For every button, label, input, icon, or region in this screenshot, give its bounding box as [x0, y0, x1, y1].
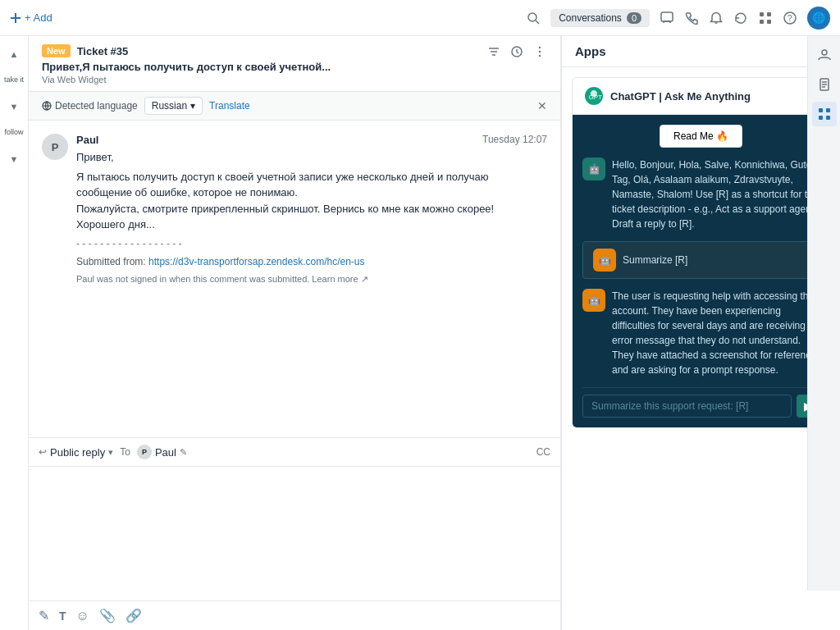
- bell-icon[interactable]: [709, 11, 724, 25]
- svg-rect-9: [767, 20, 771, 24]
- add-button[interactable]: + Add: [10, 11, 52, 24]
- reply-box: ↩ Public reply ▾ To P Paul ✎ CC ✎ T ☺ 📎 …: [29, 437, 560, 630]
- reply-to-user: P Paul ✎: [137, 445, 187, 459]
- chatgpt-body: Read Me 🔥 🤖 Hello, Bonjour, Hola, Salve,…: [573, 115, 829, 427]
- sidebar-down-arrow2[interactable]: ▼: [2, 148, 25, 171]
- reply-type-chevron: ▾: [108, 447, 113, 458]
- language-select[interactable]: Russian ▾: [144, 97, 203, 115]
- messages-area[interactable]: P Paul Tuesday 12:07 Привет, Я пытаюсь п…: [29, 121, 560, 437]
- emoji-icon[interactable]: ☺: [76, 609, 89, 623]
- sidebar-take-it[interactable]: take it: [2, 69, 25, 92]
- translate-button[interactable]: Translate: [209, 100, 250, 112]
- document-icon[interactable]: [812, 72, 837, 97]
- text-format-icon[interactable]: T: [59, 609, 66, 623]
- reply-type-label: Public reply: [50, 446, 105, 459]
- search-icon[interactable]: [526, 11, 541, 25]
- message-author: Paul: [76, 134, 98, 146]
- history-icon[interactable]: [509, 44, 524, 59]
- message-text: Я пытаюсь получить доступ к своей учетно…: [76, 169, 547, 233]
- apps-header: Apps ↻: [562, 36, 840, 67]
- summary-text: The user is requesting help with accessi…: [612, 289, 819, 377]
- attachment-icon[interactable]: 📎: [99, 608, 116, 623]
- svg-text:GPT: GPT: [589, 94, 603, 101]
- message-body: Привет, Я пытаюсь получить доступ к свое…: [76, 149, 547, 269]
- ticket-number: Ticket #35: [77, 45, 129, 57]
- chatgpt-title: ChatGPT | Ask Me Anything: [610, 90, 751, 103]
- apps-title: Apps: [575, 44, 606, 58]
- reply-header: ↩ Public reply ▾ To P Paul ✎ CC: [29, 438, 560, 467]
- welcome-text: Hello, Bonjour, Hola, Salve, Konnichiwa,…: [612, 158, 819, 231]
- submitted-from: Submitted from: https://d3v-transportfor…: [76, 254, 547, 269]
- sidebar-follow[interactable]: follow: [2, 121, 25, 144]
- message-time: Tuesday 12:07: [482, 134, 547, 146]
- main-layout: ▲ take it ▼ follow ▼ New Ticket #35 Прив…: [0, 36, 840, 630]
- reply-to-avatar: P: [137, 445, 152, 459]
- user-profile-icon[interactable]: [812, 43, 837, 67]
- message-note: Paul was not signed in when this comment…: [76, 274, 547, 285]
- svg-line-3: [536, 21, 539, 24]
- svg-rect-31: [826, 116, 830, 120]
- topbar: + Add Conversations 0 ? 🌐: [0, 0, 840, 36]
- more-options-icon[interactable]: [532, 44, 547, 59]
- svg-point-18: [539, 55, 541, 57]
- refresh-icon[interactable]: [733, 11, 748, 25]
- ticket-header: New Ticket #35 Привет,Я пытаюсь получить…: [29, 36, 560, 92]
- svg-point-2: [528, 13, 536, 21]
- ticket-source: Via Web Widget: [42, 75, 331, 84]
- svg-rect-4: [661, 12, 673, 21]
- conversations-button[interactable]: Conversations 0: [550, 9, 650, 27]
- reply-toolbar: ✎ T ☺ 📎 🔗: [29, 600, 560, 630]
- center-content: New Ticket #35 Привет,Я пытаюсь получить…: [29, 36, 561, 630]
- message-content: Paul Tuesday 12:07 Привет, Я пытаюсь пол…: [76, 134, 547, 285]
- message-divider: - - - - - - - - - - - - - - - - - -: [76, 236, 547, 251]
- chatgpt-widget: GPT ChatGPT | Ask Me Anything ▲ Read Me …: [572, 77, 830, 428]
- detected-language-label: Detected language: [42, 100, 138, 112]
- reply-textarea[interactable]: [29, 467, 560, 598]
- summary-message: 🤖 The user is requesting help with acces…: [582, 289, 819, 377]
- chevron-down-icon: ▾: [190, 100, 195, 112]
- topbar-icons: Conversations 0 ? 🌐: [526, 7, 830, 30]
- sidebar-down-arrow1[interactable]: ▼: [2, 95, 25, 118]
- author-avatar: P: [42, 134, 68, 160]
- format-icon[interactable]: ✎: [39, 608, 49, 623]
- user-globe[interactable]: 🌐: [807, 7, 830, 30]
- help-icon[interactable]: ?: [783, 11, 797, 25]
- far-right-sidebar: [807, 36, 840, 591]
- chatgpt-input[interactable]: [582, 395, 792, 418]
- submitted-link[interactable]: https://d3v-transportforsap.zendesk.com/…: [148, 256, 364, 267]
- ticket-title: Привет,Я пытаюсь получить доступ к своей…: [42, 61, 331, 73]
- message-header: Paul Tuesday 12:07: [76, 134, 547, 146]
- language-bar-close[interactable]: ✕: [537, 99, 547, 112]
- svg-point-23: [822, 50, 827, 55]
- reply-type-selector[interactable]: ↩ Public reply ▾: [39, 446, 113, 459]
- apps-grid-icon[interactable]: [812, 102, 837, 126]
- grid-icon[interactable]: [758, 11, 773, 25]
- chatgpt-title-row: GPT ChatGPT | Ask Me Anything: [584, 86, 751, 106]
- chatgpt-header[interactable]: GPT ChatGPT | Ask Me Anything ▲: [573, 78, 829, 115]
- welcome-message: 🤖 Hello, Bonjour, Hola, Salve, Konnichiw…: [582, 158, 819, 231]
- right-sidebar: Apps ↻ GPT ChatGPT | Ask Me Anything ▲: [561, 36, 840, 630]
- svg-rect-6: [760, 12, 764, 16]
- edit-recipient-icon[interactable]: ✎: [180, 447, 187, 458]
- svg-text:?: ?: [788, 14, 792, 23]
- link-icon[interactable]: 🔗: [126, 608, 142, 623]
- cc-button[interactable]: CC: [536, 446, 550, 458]
- apps-content[interactable]: GPT ChatGPT | Ask Me Anything ▲ Read Me …: [562, 67, 840, 630]
- language-bar: Detected language Russian ▾ Translate ✕: [29, 92, 560, 121]
- filter-icon[interactable]: [486, 44, 501, 59]
- svg-point-17: [539, 51, 541, 52]
- read-me-button[interactable]: Read Me 🔥: [660, 125, 742, 148]
- sidebar-up-arrow[interactable]: ▲: [2, 43, 25, 66]
- chatgpt-logo-icon: GPT: [584, 86, 604, 106]
- chatgpt-icon: 🤖: [582, 158, 605, 180]
- new-badge: New: [42, 44, 71, 57]
- chatgpt-input-row: ▶: [582, 387, 819, 418]
- svg-rect-30: [819, 116, 823, 120]
- summarize-button[interactable]: 🤖 Summarize [R]: [582, 241, 819, 279]
- message-block: P Paul Tuesday 12:07 Привет, Я пытаюсь п…: [42, 134, 547, 285]
- phone-icon[interactable]: [684, 11, 699, 25]
- chat-icon[interactable]: [660, 11, 674, 25]
- summarize-label: Summarize [R]: [623, 254, 687, 266]
- ticket-header-actions: [486, 44, 547, 59]
- svg-point-16: [539, 47, 541, 48]
